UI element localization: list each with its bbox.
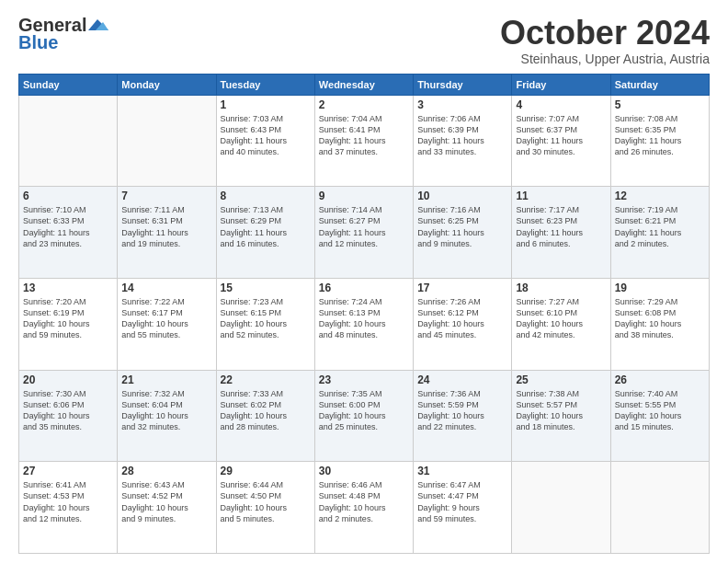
- weekday-header-tuesday: Tuesday: [216, 74, 314, 95]
- calendar-cell: 24Sunrise: 7:36 AM Sunset: 5:59 PM Dayli…: [414, 370, 512, 462]
- logo-icon: [88, 17, 108, 32]
- calendar-cell: 16Sunrise: 7:24 AM Sunset: 6:13 PM Dayli…: [314, 278, 413, 370]
- day-number: 12: [615, 190, 705, 202]
- calendar-week-row: 1Sunrise: 7:03 AM Sunset: 6:43 PM Daylig…: [19, 95, 710, 187]
- calendar-cell: 12Sunrise: 7:19 AM Sunset: 6:21 PM Dayli…: [610, 187, 709, 279]
- calendar-week-row: 6Sunrise: 7:10 AM Sunset: 6:33 PM Daylig…: [19, 187, 710, 279]
- day-number: 9: [319, 190, 409, 202]
- day-number: 4: [516, 98, 606, 111]
- calendar-cell: 23Sunrise: 7:35 AM Sunset: 6:00 PM Dayli…: [314, 370, 413, 462]
- calendar-week-row: 27Sunrise: 6:41 AM Sunset: 4:53 PM Dayli…: [19, 462, 710, 554]
- day-number: 20: [23, 373, 113, 386]
- calendar-cell: 9Sunrise: 7:14 AM Sunset: 6:27 PM Daylig…: [314, 187, 413, 279]
- calendar-cell: [118, 95, 216, 187]
- day-info: Sunrise: 7:20 AM Sunset: 6:19 PM Dayligh…: [23, 296, 113, 341]
- calendar-cell: 28Sunrise: 6:43 AM Sunset: 4:52 PM Dayli…: [118, 462, 216, 554]
- day-number: 21: [121, 373, 211, 386]
- title-block: October 2024 Steinhaus, Upper Austria, A…: [500, 15, 710, 66]
- day-number: 28: [121, 465, 211, 477]
- day-number: 27: [23, 465, 113, 477]
- day-number: 6: [23, 190, 113, 202]
- day-info: Sunrise: 7:30 AM Sunset: 6:06 PM Dayligh…: [23, 388, 113, 433]
- calendar-cell: 20Sunrise: 7:30 AM Sunset: 6:06 PM Dayli…: [19, 370, 118, 462]
- calendar-cell: 15Sunrise: 7:23 AM Sunset: 6:15 PM Dayli…: [216, 278, 314, 370]
- calendar-cell: 17Sunrise: 7:26 AM Sunset: 6:12 PM Dayli…: [414, 278, 512, 370]
- day-info: Sunrise: 6:46 AM Sunset: 4:48 PM Dayligh…: [319, 479, 409, 524]
- day-info: Sunrise: 6:41 AM Sunset: 4:53 PM Dayligh…: [23, 479, 113, 524]
- calendar-cell: 3Sunrise: 7:06 AM Sunset: 6:39 PM Daylig…: [414, 95, 512, 187]
- day-info: Sunrise: 7:14 AM Sunset: 6:27 PM Dayligh…: [319, 204, 409, 249]
- day-info: Sunrise: 7:26 AM Sunset: 6:12 PM Dayligh…: [417, 296, 507, 341]
- day-number: 3: [417, 98, 507, 111]
- day-info: Sunrise: 7:08 AM Sunset: 6:35 PM Dayligh…: [615, 113, 705, 158]
- day-info: Sunrise: 7:38 AM Sunset: 5:57 PM Dayligh…: [516, 388, 606, 433]
- calendar-cell: 18Sunrise: 7:27 AM Sunset: 6:10 PM Dayli…: [512, 278, 610, 370]
- day-number: 5: [615, 98, 705, 111]
- day-info: Sunrise: 7:24 AM Sunset: 6:13 PM Dayligh…: [319, 296, 409, 341]
- header: General Blue October 2024 Steinhaus, Upp…: [18, 15, 710, 66]
- day-number: 24: [417, 373, 507, 386]
- calendar-week-row: 20Sunrise: 7:30 AM Sunset: 6:06 PM Dayli…: [19, 370, 710, 462]
- calendar-cell: 13Sunrise: 7:20 AM Sunset: 6:19 PM Dayli…: [19, 278, 118, 370]
- day-info: Sunrise: 7:35 AM Sunset: 6:00 PM Dayligh…: [319, 388, 409, 433]
- logo: General Blue: [18, 15, 108, 53]
- calendar-cell: 1Sunrise: 7:03 AM Sunset: 6:43 PM Daylig…: [216, 95, 314, 187]
- day-number: 11: [516, 190, 606, 202]
- weekday-header-sunday: Sunday: [19, 74, 118, 95]
- day-number: 14: [121, 282, 211, 294]
- calendar-cell: [512, 462, 610, 554]
- day-number: 25: [516, 373, 606, 386]
- calendar-cell: 8Sunrise: 7:13 AM Sunset: 6:29 PM Daylig…: [216, 187, 314, 279]
- calendar-week-row: 13Sunrise: 7:20 AM Sunset: 6:19 PM Dayli…: [19, 278, 710, 370]
- day-number: 19: [615, 282, 705, 294]
- weekday-header-saturday: Saturday: [610, 74, 709, 95]
- day-number: 2: [319, 98, 409, 111]
- day-info: Sunrise: 7:19 AM Sunset: 6:21 PM Dayligh…: [615, 204, 705, 249]
- calendar-cell: 6Sunrise: 7:10 AM Sunset: 6:33 PM Daylig…: [19, 187, 118, 279]
- day-info: Sunrise: 7:07 AM Sunset: 6:37 PM Dayligh…: [516, 113, 606, 158]
- weekday-header-monday: Monday: [118, 74, 216, 95]
- calendar-table: SundayMondayTuesdayWednesdayThursdayFrid…: [18, 74, 710, 554]
- calendar-cell: 19Sunrise: 7:29 AM Sunset: 6:08 PM Dayli…: [610, 278, 709, 370]
- calendar-cell: 26Sunrise: 7:40 AM Sunset: 5:55 PM Dayli…: [610, 370, 709, 462]
- logo-blue: Blue: [18, 32, 58, 53]
- day-number: 18: [516, 282, 606, 294]
- location-subtitle: Steinhaus, Upper Austria, Austria: [500, 52, 710, 66]
- day-number: 30: [319, 465, 409, 477]
- day-info: Sunrise: 7:04 AM Sunset: 6:41 PM Dayligh…: [319, 113, 409, 158]
- day-number: 13: [23, 282, 113, 294]
- calendar-cell: 2Sunrise: 7:04 AM Sunset: 6:41 PM Daylig…: [314, 95, 413, 187]
- day-number: 26: [615, 373, 705, 386]
- page: General Blue October 2024 Steinhaus, Upp…: [0, 0, 728, 563]
- day-number: 1: [221, 98, 311, 111]
- day-info: Sunrise: 7:33 AM Sunset: 6:02 PM Dayligh…: [221, 388, 311, 433]
- day-info: Sunrise: 7:16 AM Sunset: 6:25 PM Dayligh…: [417, 204, 507, 249]
- day-info: Sunrise: 7:23 AM Sunset: 6:15 PM Dayligh…: [221, 296, 311, 341]
- calendar-cell: 27Sunrise: 6:41 AM Sunset: 4:53 PM Dayli…: [19, 462, 118, 554]
- day-info: Sunrise: 6:44 AM Sunset: 4:50 PM Dayligh…: [221, 479, 311, 524]
- day-info: Sunrise: 7:11 AM Sunset: 6:31 PM Dayligh…: [121, 204, 211, 249]
- calendar-cell: [610, 462, 709, 554]
- day-number: 16: [319, 282, 409, 294]
- month-title: October 2024: [500, 15, 710, 52]
- day-number: 17: [417, 282, 507, 294]
- calendar-cell: 21Sunrise: 7:32 AM Sunset: 6:04 PM Dayli…: [118, 370, 216, 462]
- day-info: Sunrise: 7:29 AM Sunset: 6:08 PM Dayligh…: [615, 296, 705, 341]
- day-info: Sunrise: 6:47 AM Sunset: 4:47 PM Dayligh…: [417, 479, 507, 524]
- weekday-header-thursday: Thursday: [414, 74, 512, 95]
- calendar-cell: 7Sunrise: 7:11 AM Sunset: 6:31 PM Daylig…: [118, 187, 216, 279]
- calendar-cell: 29Sunrise: 6:44 AM Sunset: 4:50 PM Dayli…: [216, 462, 314, 554]
- day-info: Sunrise: 7:22 AM Sunset: 6:17 PM Dayligh…: [121, 296, 211, 341]
- day-info: Sunrise: 7:32 AM Sunset: 6:04 PM Dayligh…: [121, 388, 211, 433]
- day-number: 29: [221, 465, 311, 477]
- day-number: 23: [319, 373, 409, 386]
- calendar-cell: 30Sunrise: 6:46 AM Sunset: 4:48 PM Dayli…: [314, 462, 413, 554]
- day-number: 22: [221, 373, 311, 386]
- day-number: 10: [417, 190, 507, 202]
- day-info: Sunrise: 7:13 AM Sunset: 6:29 PM Dayligh…: [221, 204, 311, 249]
- day-info: Sunrise: 7:10 AM Sunset: 6:33 PM Dayligh…: [23, 204, 113, 249]
- day-info: Sunrise: 6:43 AM Sunset: 4:52 PM Dayligh…: [121, 479, 211, 524]
- day-number: 7: [121, 190, 211, 202]
- calendar-cell: 10Sunrise: 7:16 AM Sunset: 6:25 PM Dayli…: [414, 187, 512, 279]
- weekday-header-row: SundayMondayTuesdayWednesdayThursdayFrid…: [19, 74, 710, 95]
